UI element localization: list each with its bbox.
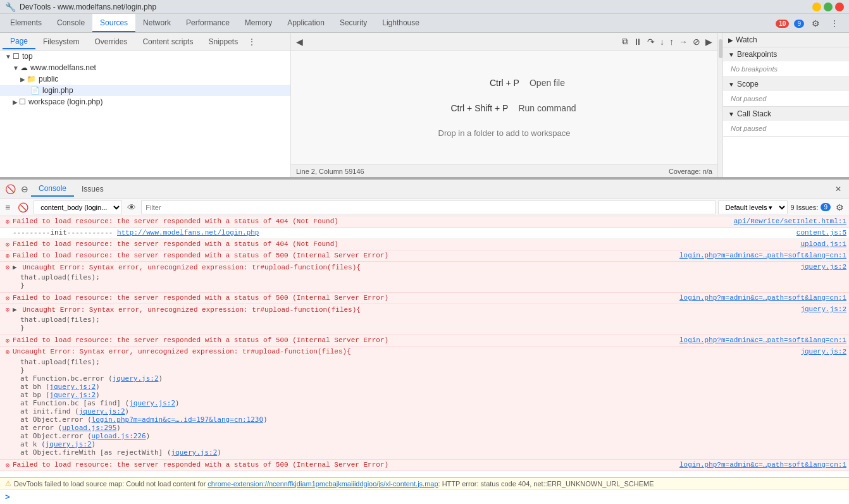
msg-stack-8: that.upload(files); } at Function.bc.err…: [0, 358, 849, 459]
tree-item-top[interactable]: ▼ ☐ top: [0, 51, 290, 62]
msg-content-8: Uncaught Error: Syntax error, unrecogniz…: [13, 348, 795, 355]
eye-icon[interactable]: 👁: [125, 201, 139, 214]
msg-content-9: Failed to load resource: the server resp…: [13, 461, 674, 469]
sub-tab-more[interactable]: ⋮: [248, 37, 256, 46]
close-button[interactable]: [835, 3, 844, 11]
init-link[interactable]: http://www.modelfans.net/login.php: [117, 229, 259, 237]
stack-link-2[interactable]: jquery.js:2: [49, 383, 96, 391]
dont-pause-button[interactable]: ▶: [703, 35, 715, 48]
msg-source-6[interactable]: jquery.js:2: [795, 305, 846, 313]
stack-line-5: at bp (jquery.js:2): [20, 391, 844, 399]
stack-link-3[interactable]: jquery.js:2: [49, 391, 96, 399]
msg-source-3[interactable]: login.php?m=admin&c=…path=soft&lang=cn:1: [674, 252, 846, 259]
tab-sources[interactable]: Sources: [92, 14, 135, 32]
tree-item-workspace[interactable]: ▶ ☐ workspace (login.php): [0, 96, 290, 108]
tab-elements[interactable]: Elements: [3, 14, 49, 32]
deactivate-breakpoints-button[interactable]: ⊘: [690, 35, 703, 48]
debug-section-scope-header[interactable]: ▼ Scope: [723, 77, 849, 91]
stack-link-9[interactable]: jquery.js:2: [46, 440, 92, 448]
tree-label-login: login.php: [42, 86, 73, 95]
console-msg-init: ---------init----------- http://www.mode…: [0, 228, 849, 239]
step-button[interactable]: →: [676, 35, 690, 48]
sub-tab-snippets[interactable]: Snippets: [201, 35, 245, 49]
console-msg-9: ⊗ Failed to load resource: the server re…: [0, 460, 849, 471]
callstack-content: Not paused: [723, 121, 849, 136]
settings-button[interactable]: ⚙: [809, 17, 822, 30]
debug-section-callstack-header[interactable]: ▼ Call Stack: [723, 107, 849, 121]
editor-status-coverage: Coverage: n/a: [669, 168, 712, 175]
stack-line-12: at Object.fireWith [as rejectWith] (jque…: [20, 448, 844, 457]
tree-item-domain[interactable]: ▼ ☁ www.modelfans.net: [0, 62, 290, 73]
debugger-panel: ▶ Watch ▼ Breakpoints No breakpoints ▼: [722, 33, 849, 177]
watch-label: Watch: [736, 35, 757, 44]
msg-source-8[interactable]: jquery.js:2: [795, 348, 846, 355]
msg-source-2[interactable]: upload.js:1: [795, 240, 846, 248]
context-selector[interactable]: content_body (login...: [34, 200, 122, 214]
tree-item-login[interactable]: 📄 login.php: [0, 85, 290, 96]
console-ban-button[interactable]: 🚫: [15, 201, 31, 214]
split-editor-button[interactable]: ⧉: [619, 35, 631, 48]
msg-content-1: Failed to load resource: the server resp…: [13, 218, 729, 225]
maximize-button[interactable]: [824, 3, 833, 11]
message-badge: 9: [794, 19, 804, 28]
tab-console[interactable]: Console: [49, 14, 92, 32]
editor-content: Ctrl + P Open file Ctrl + Shift + P Run …: [291, 51, 717, 164]
tab-memory[interactable]: Memory: [237, 14, 280, 32]
sidebar-toggle-button[interactable]: ◀: [294, 35, 306, 48]
debug-section-breakpoints-header[interactable]: ▼ Breakpoints: [723, 47, 849, 61]
console-clear-button[interactable]: 🚫: [3, 183, 18, 195]
editor-scrollbar[interactable]: [717, 33, 722, 177]
sub-tab-content-scripts[interactable]: Content scripts: [135, 35, 201, 49]
msg-source-7[interactable]: login.php?m=admin&c=…path=soft&lang=cn:1: [674, 336, 846, 344]
tab-lighthouse[interactable]: Lighthouse: [375, 14, 427, 32]
sub-tab-page[interactable]: Page: [3, 34, 35, 49]
msg-source-1[interactable]: api/Rewrite/setInlet.html:1: [729, 218, 846, 225]
msg-content-4: ▶ Uncaught Error: Syntax error, unrecogn…: [13, 263, 795, 271]
sub-tab-overrides[interactable]: Overrides: [87, 35, 135, 49]
filter-input[interactable]: [141, 200, 716, 214]
warning-link[interactable]: chrome-extension://ncennffkjdiam1pmcbajk…: [208, 480, 438, 488]
stack-link-10[interactable]: jquery.js:2: [171, 448, 217, 457]
editor-status-bar: Line 2, Column 59146 Coverage: n/a: [291, 164, 717, 177]
log-levels-select[interactable]: Default levels ▾: [718, 200, 788, 214]
stack-link-1[interactable]: jquery.js:2: [113, 374, 159, 383]
sub-tab-filesystem[interactable]: Filesystem: [35, 35, 87, 49]
error-icon-7: ⊗: [3, 336, 13, 345]
minimize-button[interactable]: [812, 3, 821, 11]
tree-item-public[interactable]: ▶ 📁 public: [0, 73, 290, 85]
console-filter-button[interactable]: ⊖: [18, 183, 31, 195]
console-input[interactable]: [14, 493, 844, 501]
error-icon-3: ⊗: [3, 252, 13, 260]
step-out-button[interactable]: ↑: [667, 35, 676, 48]
stack-link-8[interactable]: upload.js:226: [92, 432, 146, 440]
msg-source-init[interactable]: content.js:5: [791, 229, 846, 237]
msg-source-4[interactable]: jquery.js:2: [795, 263, 846, 271]
stack-line-9: at error (upload.js:295): [20, 424, 844, 432]
console-msg-7: ⊗ Failed to load resource: the server re…: [0, 335, 849, 347]
console-tab-issues[interactable]: Issues: [74, 182, 111, 196]
tab-security[interactable]: Security: [332, 14, 375, 32]
console-messages-button[interactable]: ≡: [3, 201, 13, 214]
stack-link-7[interactable]: upload.js:295: [62, 424, 116, 432]
console-settings-button[interactable]: ⚙: [833, 201, 846, 214]
msg-source-5[interactable]: login.php?m=admin&c=…path=soft&lang=cn:1: [674, 294, 846, 302]
msg-content-3: Failed to load resource: the server resp…: [13, 252, 674, 259]
console-tab-console[interactable]: Console: [31, 181, 74, 197]
console-close-button[interactable]: ✕: [830, 182, 846, 196]
expand-4[interactable]: ▶: [13, 264, 17, 271]
pause-button[interactable]: ⏸: [631, 35, 645, 48]
step-over-button[interactable]: ↷: [645, 35, 657, 48]
tab-application[interactable]: Application: [280, 14, 332, 32]
step-into-button[interactable]: ↓: [657, 35, 667, 48]
expand-6[interactable]: ▶: [13, 306, 17, 314]
code-line-4-2: }: [20, 281, 844, 290]
stack-link-5[interactable]: jquery.js:2: [79, 407, 125, 415]
msg-source-9[interactable]: login.php?m=admin&c=…path=soft&lang=cn:1: [674, 461, 846, 469]
stack-link-6[interactable]: login.php?m=admin&c=….id=197&lang=cn:123…: [92, 415, 264, 424]
error-icon-6: ⊗: [3, 305, 13, 314]
stack-link-4[interactable]: jquery.js:2: [129, 399, 175, 407]
more-button[interactable]: ⋮: [827, 17, 841, 30]
tab-performance[interactable]: Performance: [178, 14, 237, 32]
tab-network[interactable]: Network: [135, 14, 178, 32]
debug-section-watch-header[interactable]: ▶ Watch: [723, 33, 849, 47]
